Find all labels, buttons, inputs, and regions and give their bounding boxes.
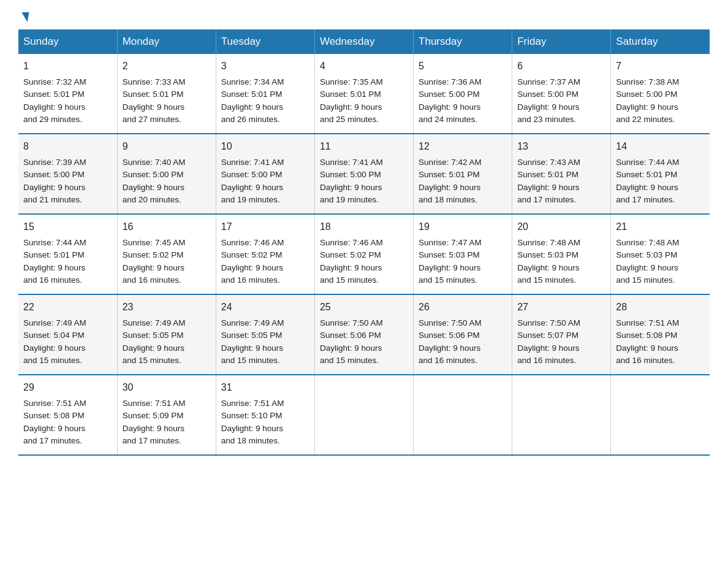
day-number: 19 xyxy=(419,220,507,234)
calendar-header-row: SundayMondayTuesdayWednesdayThursdayFrid… xyxy=(18,29,710,54)
header-monday: Monday xyxy=(117,29,216,54)
day-number: 11 xyxy=(320,139,408,154)
calendar-cell xyxy=(512,375,611,455)
day-info: Sunrise: 7:34 AMSunset: 5:01 PMDaylight:… xyxy=(221,76,309,126)
day-info: Sunrise: 7:35 AMSunset: 5:01 PMDaylight:… xyxy=(320,76,408,126)
calendar-table: SundayMondayTuesdayWednesdayThursdayFrid… xyxy=(18,29,710,456)
calendar-cell: 3Sunrise: 7:34 AMSunset: 5:01 PMDaylight… xyxy=(216,54,314,134)
day-info: Sunrise: 7:39 AMSunset: 5:00 PMDaylight:… xyxy=(23,156,112,206)
header-tuesday: Tuesday xyxy=(216,29,314,54)
day-number: 10 xyxy=(221,139,309,154)
day-number: 4 xyxy=(320,59,408,74)
calendar-cell xyxy=(611,375,710,455)
calendar-week-row: 8Sunrise: 7:39 AMSunset: 5:00 PMDaylight… xyxy=(18,134,710,214)
day-info: Sunrise: 7:50 AMSunset: 5:07 PMDaylight:… xyxy=(517,317,605,367)
day-info: Sunrise: 7:48 AMSunset: 5:03 PMDaylight:… xyxy=(517,237,605,286)
calendar-cell: 29Sunrise: 7:51 AMSunset: 5:08 PMDayligh… xyxy=(18,375,117,455)
header-sunday: Sunday xyxy=(18,29,117,54)
day-number: 29 xyxy=(23,380,112,395)
day-number: 28 xyxy=(616,300,705,315)
calendar-cell: 24Sunrise: 7:49 AMSunset: 5:05 PMDayligh… xyxy=(216,294,314,375)
day-number: 30 xyxy=(123,380,211,395)
calendar-cell: 5Sunrise: 7:36 AMSunset: 5:00 PMDaylight… xyxy=(414,54,512,134)
calendar-cell: 26Sunrise: 7:50 AMSunset: 5:06 PMDayligh… xyxy=(414,294,512,375)
calendar-cell: 25Sunrise: 7:50 AMSunset: 5:06 PMDayligh… xyxy=(314,294,413,375)
day-info: Sunrise: 7:48 AMSunset: 5:03 PMDaylight:… xyxy=(616,237,705,286)
page-header xyxy=(18,12,710,18)
day-info: Sunrise: 7:47 AMSunset: 5:03 PMDaylight:… xyxy=(419,237,507,286)
logo-general-text xyxy=(18,12,28,22)
day-info: Sunrise: 7:49 AMSunset: 5:05 PMDaylight:… xyxy=(123,317,211,367)
day-info: Sunrise: 7:51 AMSunset: 5:08 PMDaylight:… xyxy=(23,397,112,447)
day-info: Sunrise: 7:51 AMSunset: 5:08 PMDaylight:… xyxy=(616,317,705,367)
day-info: Sunrise: 7:45 AMSunset: 5:02 PMDaylight:… xyxy=(123,237,211,286)
calendar-cell: 16Sunrise: 7:45 AMSunset: 5:02 PMDayligh… xyxy=(117,214,216,294)
header-saturday: Saturday xyxy=(611,29,710,54)
header-friday: Friday xyxy=(512,29,611,54)
calendar-cell: 4Sunrise: 7:35 AMSunset: 5:01 PMDaylight… xyxy=(314,54,413,134)
calendar-cell: 23Sunrise: 7:49 AMSunset: 5:05 PMDayligh… xyxy=(117,294,216,375)
day-number: 24 xyxy=(221,300,309,315)
day-number: 27 xyxy=(517,300,605,315)
day-number: 7 xyxy=(616,59,705,74)
calendar-cell xyxy=(314,375,413,455)
calendar-cell: 18Sunrise: 7:46 AMSunset: 5:02 PMDayligh… xyxy=(314,214,413,294)
calendar-cell: 21Sunrise: 7:48 AMSunset: 5:03 PMDayligh… xyxy=(611,214,710,294)
day-number: 18 xyxy=(320,220,408,234)
calendar-cell: 7Sunrise: 7:38 AMSunset: 5:00 PMDaylight… xyxy=(611,54,710,134)
day-number: 23 xyxy=(123,300,211,315)
calendar-week-row: 22Sunrise: 7:49 AMSunset: 5:04 PMDayligh… xyxy=(18,294,710,375)
calendar-cell: 12Sunrise: 7:42 AMSunset: 5:01 PMDayligh… xyxy=(414,134,512,214)
calendar-cell: 6Sunrise: 7:37 AMSunset: 5:00 PMDaylight… xyxy=(512,54,611,134)
day-number: 14 xyxy=(616,139,705,154)
day-number: 21 xyxy=(616,220,705,234)
calendar-cell: 1Sunrise: 7:32 AMSunset: 5:01 PMDaylight… xyxy=(18,54,117,134)
logo-arrow-icon xyxy=(20,12,29,22)
day-info: Sunrise: 7:46 AMSunset: 5:02 PMDaylight:… xyxy=(320,237,408,286)
day-info: Sunrise: 7:51 AMSunset: 5:09 PMDaylight:… xyxy=(123,397,211,447)
day-number: 5 xyxy=(419,59,507,74)
day-number: 8 xyxy=(23,139,112,154)
calendar-cell: 10Sunrise: 7:41 AMSunset: 5:00 PMDayligh… xyxy=(216,134,314,214)
day-number: 2 xyxy=(123,59,211,74)
day-number: 16 xyxy=(123,220,211,234)
day-info: Sunrise: 7:50 AMSunset: 5:06 PMDaylight:… xyxy=(419,317,507,367)
day-info: Sunrise: 7:36 AMSunset: 5:00 PMDaylight:… xyxy=(419,76,507,126)
header-wednesday: Wednesday xyxy=(314,29,413,54)
calendar-cell: 11Sunrise: 7:41 AMSunset: 5:00 PMDayligh… xyxy=(314,134,413,214)
header-thursday: Thursday xyxy=(414,29,512,54)
calendar-cell: 30Sunrise: 7:51 AMSunset: 5:09 PMDayligh… xyxy=(117,375,216,455)
calendar-cell: 13Sunrise: 7:43 AMSunset: 5:01 PMDayligh… xyxy=(512,134,611,214)
day-info: Sunrise: 7:44 AMSunset: 5:01 PMDaylight:… xyxy=(23,237,112,286)
calendar-cell xyxy=(414,375,512,455)
day-info: Sunrise: 7:41 AMSunset: 5:00 PMDaylight:… xyxy=(221,156,309,206)
calendar-week-row: 1Sunrise: 7:32 AMSunset: 5:01 PMDaylight… xyxy=(18,54,710,134)
day-number: 31 xyxy=(221,380,309,395)
day-number: 20 xyxy=(517,220,605,234)
day-number: 13 xyxy=(517,139,605,154)
day-info: Sunrise: 7:33 AMSunset: 5:01 PMDaylight:… xyxy=(123,76,211,126)
calendar-cell: 19Sunrise: 7:47 AMSunset: 5:03 PMDayligh… xyxy=(414,214,512,294)
day-number: 17 xyxy=(221,220,309,234)
day-number: 12 xyxy=(419,139,507,154)
calendar-week-row: 15Sunrise: 7:44 AMSunset: 5:01 PMDayligh… xyxy=(18,214,710,294)
day-number: 15 xyxy=(23,220,112,234)
calendar-cell: 14Sunrise: 7:44 AMSunset: 5:01 PMDayligh… xyxy=(611,134,710,214)
day-info: Sunrise: 7:32 AMSunset: 5:01 PMDaylight:… xyxy=(23,76,112,126)
day-info: Sunrise: 7:44 AMSunset: 5:01 PMDaylight:… xyxy=(616,156,705,206)
day-number: 1 xyxy=(23,59,112,74)
day-info: Sunrise: 7:38 AMSunset: 5:00 PMDaylight:… xyxy=(616,76,705,126)
calendar-cell: 28Sunrise: 7:51 AMSunset: 5:08 PMDayligh… xyxy=(611,294,710,375)
day-info: Sunrise: 7:49 AMSunset: 5:05 PMDaylight:… xyxy=(221,317,309,367)
calendar-cell: 9Sunrise: 7:40 AMSunset: 5:00 PMDaylight… xyxy=(117,134,216,214)
day-info: Sunrise: 7:49 AMSunset: 5:04 PMDaylight:… xyxy=(23,317,112,367)
day-info: Sunrise: 7:41 AMSunset: 5:00 PMDaylight:… xyxy=(320,156,408,206)
day-info: Sunrise: 7:42 AMSunset: 5:01 PMDaylight:… xyxy=(419,156,507,206)
day-info: Sunrise: 7:50 AMSunset: 5:06 PMDaylight:… xyxy=(320,317,408,367)
day-number: 25 xyxy=(320,300,408,315)
calendar-cell: 31Sunrise: 7:51 AMSunset: 5:10 PMDayligh… xyxy=(216,375,314,455)
day-number: 3 xyxy=(221,59,309,74)
day-info: Sunrise: 7:40 AMSunset: 5:00 PMDaylight:… xyxy=(123,156,211,206)
day-info: Sunrise: 7:37 AMSunset: 5:00 PMDaylight:… xyxy=(517,76,605,126)
calendar-cell: 17Sunrise: 7:46 AMSunset: 5:02 PMDayligh… xyxy=(216,214,314,294)
